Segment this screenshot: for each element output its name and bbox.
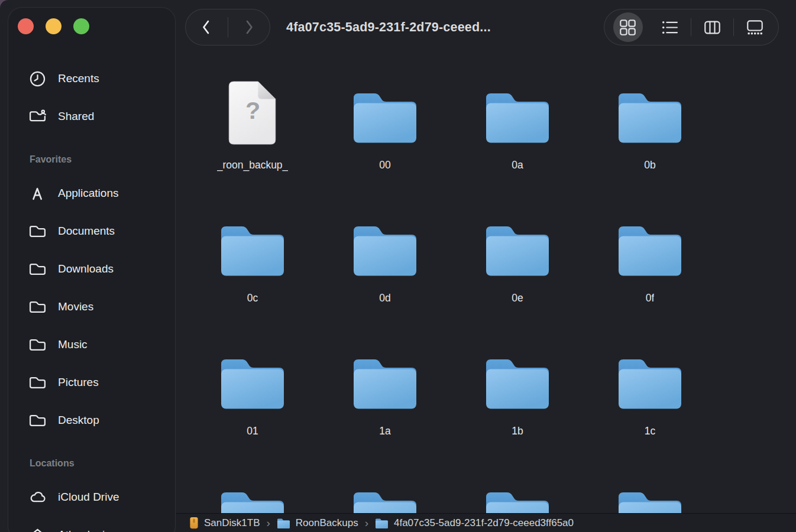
- folder-icon: [351, 86, 419, 145]
- close-button[interactable]: [18, 18, 34, 34]
- folder-outline-icon: [28, 411, 47, 430]
- file-item-label: 0c: [247, 292, 258, 304]
- pathbar-item-roonbackups[interactable]: RoonBackups: [277, 517, 358, 529]
- sidebar-item-atheologian[interactable]: Atheologian: [8, 516, 175, 532]
- file-item-1c[interactable]: 1c: [584, 320, 716, 453]
- sidebar-item-label: Downloads: [58, 262, 114, 275]
- view-mode-switcher: [604, 9, 779, 46]
- sidebar-item-label: iCloud Drive: [58, 491, 119, 504]
- shared-folder-icon: [28, 108, 47, 126]
- file-item-label: 1b: [512, 425, 523, 437]
- file-item-1b[interactable]: 1b: [451, 320, 584, 453]
- columns-view-button[interactable]: [691, 9, 733, 45]
- folder-icon: [616, 86, 684, 145]
- chevron-left-icon: [200, 18, 213, 36]
- pathbar-item-sandisk1tb[interactable]: SanDisk1TB: [189, 517, 260, 529]
- file-item-label: 0e: [512, 292, 523, 304]
- pathbar-separator: ›: [365, 517, 368, 530]
- sidebar-item-movies[interactable]: Movies: [8, 288, 175, 326]
- clock-icon: [28, 70, 47, 88]
- chevron-right-icon: [242, 18, 255, 36]
- file-item-label: 0b: [644, 159, 655, 171]
- sidebar-item-label: Recents: [58, 72, 99, 85]
- file-item-label: 1c: [645, 425, 655, 437]
- sidebar-item-documents[interactable]: Documents: [8, 212, 175, 250]
- zoom-button[interactable]: [73, 18, 89, 34]
- file-item-0e[interactable]: 0e: [451, 187, 584, 320]
- folder-icon: [483, 352, 552, 411]
- file-item-partial[interactable]: [186, 453, 319, 513]
- traffic-lights: [18, 18, 89, 34]
- file-item-0f[interactable]: 0f: [584, 187, 716, 320]
- folder-icon: [483, 86, 552, 145]
- file-item-0b[interactable]: 0b: [584, 54, 716, 187]
- gallery-view-icon: [746, 19, 763, 36]
- grid-view-icon: [619, 19, 636, 36]
- file-item-1a[interactable]: 1a: [319, 320, 451, 453]
- folder-icon: [218, 485, 287, 513]
- pathbar: SanDisk1TB › RoonBackups › 4fa07c35-5ad9…: [176, 513, 796, 532]
- file-item-01[interactable]: 01: [186, 320, 319, 453]
- sidebar-item-icloud-drive[interactable]: iCloud Drive: [8, 478, 175, 516]
- sidebar-item-label: Desktop: [58, 414, 99, 427]
- file-item-0a[interactable]: 0a: [451, 54, 584, 187]
- minimize-button[interactable]: [46, 18, 62, 34]
- sidebar-item-music[interactable]: Music: [8, 326, 175, 364]
- sidebar-item-shared[interactable]: Shared: [8, 98, 175, 135]
- folder-icon: [483, 219, 552, 278]
- folder-icon: [616, 352, 684, 411]
- file-item-label: 00: [379, 159, 390, 171]
- folder-outline-icon: [28, 222, 47, 241]
- folder-outline-icon: [28, 260, 47, 278]
- back-button[interactable]: [186, 9, 228, 45]
- file-item-partial[interactable]: [319, 453, 451, 513]
- file-item-0d[interactable]: 0d: [319, 187, 451, 320]
- folder-icon: [616, 219, 684, 278]
- folder-icon: [351, 352, 419, 411]
- file-item-label: 0a: [512, 159, 523, 171]
- sidebar-item-downloads[interactable]: Downloads: [8, 250, 175, 288]
- sidebar-item-pictures[interactable]: Pictures: [8, 364, 175, 401]
- columns-view-icon: [704, 19, 721, 36]
- folder-icon: [218, 219, 287, 278]
- sidebar-item-label: Atheologian: [58, 528, 117, 532]
- pathbar-item-label: SanDisk1TB: [204, 517, 260, 529]
- sidebar-section-header-locations: Locations: [8, 449, 175, 478]
- content-area: ? _roon_backup_ 00 0a: [176, 54, 796, 513]
- pathbar-item-4fa07c35-5ad9-231f-2d79-ceeed3ff65a0[interactable]: 4fa07c35-5ad9-231f-2d79-ceeed3ff65a0: [375, 517, 574, 529]
- forward-button[interactable]: [228, 9, 270, 45]
- sidebar-item-label: Music: [58, 338, 88, 351]
- file-item-label: 0f: [646, 292, 655, 304]
- applications-icon: [28, 184, 47, 203]
- file-item-label: 1a: [379, 425, 390, 437]
- folder-outline-icon: [28, 336, 47, 354]
- file-item-partial[interactable]: [584, 453, 716, 513]
- sidebar-item-applications[interactable]: Applications: [8, 174, 175, 212]
- folder-icon: [351, 485, 419, 513]
- file-item-label: 01: [247, 425, 258, 437]
- file-item-00[interactable]: 00: [319, 54, 451, 187]
- folder-outline-icon: [28, 298, 47, 316]
- sidebar-item-label: Shared: [58, 110, 94, 123]
- file-item-partial[interactable]: [451, 453, 584, 513]
- home-icon: [28, 526, 47, 532]
- sidebar-item-recents[interactable]: Recents: [8, 60, 175, 98]
- document-icon: ?: [227, 80, 279, 145]
- sidebar-item-label: Pictures: [58, 376, 99, 389]
- pathbar-item-label: 4fa07c35-5ad9-231f-2d79-ceeed3ff65a0: [394, 517, 574, 529]
- file-item-0c[interactable]: 0c: [186, 187, 319, 320]
- grid-view-button[interactable]: [607, 9, 649, 45]
- list-view-button[interactable]: [649, 9, 691, 45]
- folder-icon: [351, 219, 419, 278]
- gallery-view-button[interactable]: [734, 9, 776, 45]
- small-folder-icon: [375, 517, 389, 529]
- sidebar-item-label: Applications: [58, 187, 118, 200]
- file-item-label: _roon_backup_: [217, 159, 289, 171]
- file-item-roon-backup[interactable]: ? _roon_backup_: [186, 54, 319, 187]
- file-item-label: 0d: [379, 292, 390, 304]
- sidebar-item-desktop[interactable]: Desktop: [8, 401, 175, 439]
- pathbar-separator: ›: [266, 517, 270, 530]
- small-folder-icon: [277, 517, 290, 529]
- folder-icon: [483, 485, 552, 513]
- svg-text:?: ?: [245, 97, 260, 124]
